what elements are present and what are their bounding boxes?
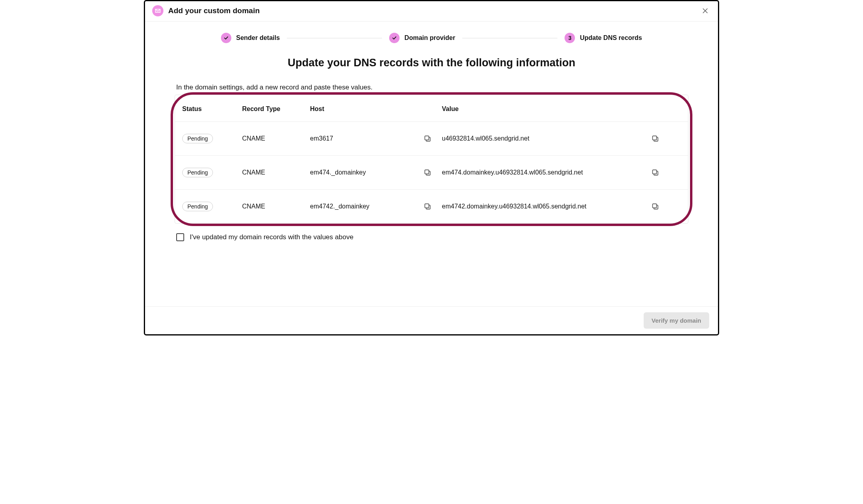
step-circle-3: 3 bbox=[565, 33, 575, 43]
svg-rect-5 bbox=[425, 170, 429, 174]
step-divider bbox=[287, 38, 382, 38]
table-row: PendingCNAMEem4742._domainkeyem4742.doma… bbox=[175, 189, 688, 223]
cell-record-type: CNAME bbox=[242, 135, 310, 142]
close-button[interactable] bbox=[700, 5, 711, 16]
dns-table: Status Record Type Host Value PendingCNA… bbox=[175, 95, 688, 224]
cell-status: Pending bbox=[182, 202, 242, 211]
header-left: Add your custom domain bbox=[152, 5, 260, 16]
copy-icon bbox=[651, 135, 659, 143]
step-circle-2 bbox=[389, 33, 400, 43]
cell-record-type: CNAME bbox=[242, 203, 310, 210]
table-body: PendingCNAMEem3617u46932814.wl065.sendgr… bbox=[175, 122, 688, 223]
svg-rect-11 bbox=[652, 204, 656, 208]
modal-title: Add your custom domain bbox=[168, 6, 260, 15]
copy-value-button[interactable] bbox=[650, 201, 661, 212]
cell-host: em474._domainkey bbox=[310, 169, 422, 176]
copy-icon bbox=[651, 202, 659, 210]
confirm-checkbox[interactable] bbox=[176, 233, 184, 241]
confirm-label: I've updated my domain records with the … bbox=[190, 233, 354, 241]
table-row: PendingCNAMEem3617u46932814.wl065.sendgr… bbox=[175, 122, 688, 155]
copy-host-button[interactable] bbox=[422, 201, 433, 212]
close-icon bbox=[702, 7, 709, 14]
svg-rect-7 bbox=[652, 170, 656, 174]
step-domain-provider[interactable]: Domain provider bbox=[389, 33, 455, 43]
brand-icon bbox=[152, 5, 163, 16]
cell-value: em4742.domainkey.u46932814.wl065.sendgri… bbox=[442, 203, 650, 210]
instruction-text: In the domain settings, add a new record… bbox=[145, 83, 718, 95]
step-update-dns[interactable]: 3 Update DNS records bbox=[565, 33, 642, 43]
table-header-row: Status Record Type Host Value bbox=[175, 95, 688, 122]
stepper: Sender details Domain provider 3 Update … bbox=[145, 22, 718, 53]
svg-rect-1 bbox=[425, 136, 429, 140]
cell-value: u46932814.wl065.sendgrid.net bbox=[442, 135, 650, 142]
col-status: Status bbox=[182, 105, 242, 113]
copy-icon bbox=[424, 169, 432, 177]
step-divider bbox=[462, 38, 557, 38]
copy-host-button[interactable] bbox=[422, 167, 433, 178]
copy-icon bbox=[424, 135, 432, 143]
cell-status: Pending bbox=[182, 168, 242, 177]
col-value: Value bbox=[442, 105, 650, 113]
check-icon bbox=[392, 35, 397, 41]
copy-host-button[interactable] bbox=[422, 133, 433, 144]
svg-rect-9 bbox=[425, 204, 429, 208]
copy-value-button[interactable] bbox=[650, 133, 661, 144]
page-heading: Update your DNS records with the followi… bbox=[145, 53, 718, 83]
col-record-type: Record Type bbox=[242, 105, 310, 113]
step-label: Update DNS records bbox=[580, 34, 642, 42]
col-host: Host bbox=[310, 105, 422, 113]
modal-header: Add your custom domain bbox=[145, 1, 718, 22]
envelope-icon bbox=[155, 8, 161, 14]
step-label: Sender details bbox=[236, 34, 280, 42]
table-row: PendingCNAMEem474._domainkeyem474.domain… bbox=[175, 155, 688, 189]
status-badge: Pending bbox=[182, 168, 213, 177]
modal-content: Sender details Domain provider 3 Update … bbox=[145, 22, 718, 306]
step-circle-1 bbox=[221, 33, 231, 43]
dns-table-highlight: Status Record Type Host Value PendingCNA… bbox=[175, 95, 688, 224]
step-sender-details[interactable]: Sender details bbox=[221, 33, 280, 43]
cell-record-type: CNAME bbox=[242, 169, 310, 176]
cell-value: em474.domainkey.u46932814.wl065.sendgrid… bbox=[442, 169, 650, 176]
status-badge: Pending bbox=[182, 134, 213, 143]
cell-host: em3617 bbox=[310, 135, 422, 142]
copy-icon bbox=[424, 202, 432, 210]
copy-icon bbox=[651, 169, 659, 177]
cell-host: em4742._domainkey bbox=[310, 203, 422, 210]
step-label: Domain provider bbox=[404, 34, 455, 42]
cell-status: Pending bbox=[182, 134, 242, 143]
modal-window: Add your custom domain Sender details Do… bbox=[144, 0, 719, 335]
copy-value-button[interactable] bbox=[650, 167, 661, 178]
verify-button[interactable]: Verify my domain bbox=[644, 312, 709, 329]
svg-rect-3 bbox=[652, 136, 656, 140]
status-badge: Pending bbox=[182, 202, 213, 211]
modal-footer: Verify my domain bbox=[145, 306, 718, 334]
confirm-row: I've updated my domain records with the … bbox=[145, 224, 718, 241]
check-icon bbox=[223, 35, 229, 41]
